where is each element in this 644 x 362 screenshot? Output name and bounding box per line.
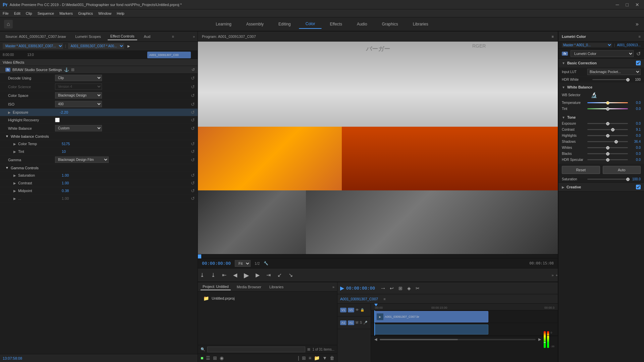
tab-audio[interactable]: Aud xyxy=(141,33,153,40)
prop-color-space-reset[interactable]: ↺ xyxy=(191,93,195,98)
timecode-display[interactable]: 13:07:58:08 xyxy=(3,356,22,360)
lumetri-contrast-value[interactable]: 9.1 xyxy=(630,128,641,131)
panel-menu-icon[interactable]: ≡ xyxy=(172,35,174,39)
prop-more-arrow[interactable]: ▶ xyxy=(13,197,16,200)
transport-go-to-in[interactable]: ⇤ xyxy=(220,270,228,280)
track-a1-sync[interactable]: A1 xyxy=(348,320,354,325)
temperature-value[interactable]: 0.0 xyxy=(630,101,641,105)
minimize-button[interactable]: ─ xyxy=(614,1,621,8)
lumetri-effect-reset[interactable]: ↺ xyxy=(636,51,641,57)
lumetri-menu-icon[interactable]: ≡ xyxy=(639,35,641,39)
menu-window[interactable]: Window xyxy=(98,11,111,15)
prop-gamma-reset[interactable]: ↺ xyxy=(191,157,195,163)
workspace-tab-effects[interactable]: Effects xyxy=(323,20,348,28)
lumetri-blacks-value[interactable]: 0.0 xyxy=(630,152,641,156)
project-search-input[interactable] xyxy=(207,347,305,352)
lumetri-auto-button[interactable]: Auto xyxy=(603,166,641,174)
search-area-icon[interactable]: ⊞ xyxy=(302,355,306,361)
lumetri-exposure-slider[interactable] xyxy=(587,123,628,124)
prop-more-reset[interactable]: ↺ xyxy=(191,196,195,201)
menu-sequence[interactable]: Sequence xyxy=(38,11,54,15)
lumetri-highlights-slider[interactable] xyxy=(587,135,628,136)
temperature-slider[interactable] xyxy=(587,102,628,103)
prop-tint-reset[interactable]: ↺ xyxy=(191,149,195,154)
prop-exposure-arrow[interactable]: ▶ xyxy=(8,111,11,114)
lumetri-saturation-slider[interactable] xyxy=(587,179,628,180)
lumetri-whites-slider[interactable] xyxy=(587,147,628,148)
prop-tint-arrow[interactable]: ▶ xyxy=(13,150,16,154)
timeline-menu-icon[interactable]: ≡ xyxy=(383,297,385,301)
lumetri-effect-select[interactable]: Lumetri Color xyxy=(571,50,634,57)
master-clip-selector[interactable]: Master * A001_03091307_C007... xyxy=(3,43,63,49)
prop-contrast-value[interactable]: 1.00 xyxy=(62,181,191,185)
tab-media-browser[interactable]: Media Browser xyxy=(235,284,263,290)
prop-saturation-value[interactable]: 1.00 xyxy=(62,173,191,177)
monitor-wrench-icon[interactable]: 🔧 xyxy=(264,261,268,265)
menu-help[interactable]: Help xyxy=(117,11,124,15)
transport-add-icon[interactable]: + xyxy=(556,273,558,277)
wb-selector-eyedropper[interactable]: 🔬 xyxy=(591,92,597,98)
timeline-scrollbar[interactable] xyxy=(380,339,536,340)
tab-lumetri-scopes[interactable]: Lumetri Scopes xyxy=(72,33,103,40)
lumetri-basic-correction-header[interactable]: ▼ Basic Correction xyxy=(558,59,644,67)
menu-edit[interactable]: Edit xyxy=(14,11,20,15)
transport-next-frame[interactable]: ▶ xyxy=(254,270,262,280)
menu-file[interactable]: File xyxy=(3,11,9,15)
workspace-tab-assembly[interactable]: Assembly xyxy=(239,20,270,28)
prop-color-space-select[interactable]: Blackmagic Design xyxy=(55,92,102,99)
list-view-icon[interactable]: ☰ xyxy=(206,355,210,361)
project-item-name[interactable]: Untitled.prproj xyxy=(212,296,234,300)
lumetri-reset-button[interactable]: Reset xyxy=(562,166,600,174)
prop-tint-value[interactable]: 10 xyxy=(62,149,191,154)
basic-correction-checkbox[interactable] xyxy=(636,61,641,65)
menu-markers[interactable]: Markers xyxy=(59,11,73,15)
timeline-ripple-edit[interactable]: ↩ xyxy=(388,284,395,292)
timeline-video-clip[interactable]: ▶ A001_03091307_C007.br xyxy=(374,311,488,322)
delete-icon[interactable]: 🗑 xyxy=(330,355,334,361)
close-button[interactable]: ✕ xyxy=(633,1,641,8)
transport-overwrite[interactable]: ↘ xyxy=(286,270,295,280)
new-bin-icon[interactable]: ■ xyxy=(201,355,203,361)
timeline-nav-right[interactable]: ▶ xyxy=(538,337,541,342)
transport-prev-frame[interactable]: ◀ xyxy=(231,270,239,280)
timeline-nav-left[interactable]: ◀ xyxy=(374,337,377,342)
project-panel-menu[interactable]: » xyxy=(332,285,334,289)
anchor-button[interactable]: ⚓ xyxy=(64,67,69,72)
prop-exposure-value[interactable]: -2.20 xyxy=(60,110,191,114)
track-a1-toggle[interactable]: A1 xyxy=(340,320,346,325)
track-a1-solo[interactable]: S xyxy=(360,321,362,324)
prop-iso-select[interactable]: 400 xyxy=(55,101,102,107)
lumetri-hdr-specular-value[interactable]: 0.0 xyxy=(630,158,641,162)
track-a1-mic[interactable]: 🎤 xyxy=(363,321,367,324)
prop-iso-reset[interactable]: ↺ xyxy=(191,102,195,107)
workspace-more-button[interactable]: » xyxy=(636,21,639,27)
workspace-tab-audio[interactable]: Audio xyxy=(350,20,374,28)
timeline-track-select-fwd[interactable]: ⤏ xyxy=(380,284,386,292)
timeline-seq-name[interactable]: A001_03091307_C007 xyxy=(340,297,378,301)
prop-color-science-select[interactable]: Version 4 xyxy=(55,83,102,90)
track-v1-sync[interactable]: V1 xyxy=(348,308,354,312)
effect-reset-button[interactable]: ↺ xyxy=(192,67,195,72)
lumetri-clip-2[interactable]: A001_030913... xyxy=(617,43,641,47)
icon-view-icon[interactable]: ⊞ xyxy=(213,355,217,361)
prop-color-science-reset[interactable]: ↺ xyxy=(191,84,195,89)
monitor-timecode-display[interactable]: 00:00:00:00 xyxy=(202,261,231,266)
new-item-icon[interactable]: ▼ xyxy=(322,355,327,361)
transport-more-icon[interactable]: » xyxy=(551,273,553,277)
prop-highlight-recovery-reset[interactable]: ↺ xyxy=(191,117,195,123)
prop-color-temp-reset[interactable]: ↺ xyxy=(191,141,195,146)
workspace-home-button[interactable]: ⌂ xyxy=(4,20,13,28)
track-v1-toggle[interactable]: V1 xyxy=(340,308,346,312)
lumetri-whites-value[interactable]: 0.0 xyxy=(630,146,641,149)
transport-insert[interactable]: ↙ xyxy=(275,270,284,280)
transport-mark-out[interactable]: ⤓ xyxy=(209,270,217,280)
lumetri-contrast-slider[interactable] xyxy=(587,129,628,130)
workspace-tab-editing[interactable]: Editing xyxy=(272,20,298,28)
maximize-button[interactable]: □ xyxy=(624,1,631,8)
prop-midpoint-reset[interactable]: ↺ xyxy=(191,188,195,193)
menu-graphics[interactable]: Graphics xyxy=(78,11,93,15)
tab-source[interactable]: Source: A001_03091307_C007.braw xyxy=(3,33,68,40)
lumetri-hdr-specular-slider[interactable] xyxy=(587,159,628,160)
prop-contrast-arrow[interactable]: ▶ xyxy=(13,181,16,185)
prop-saturation-reset[interactable]: ↺ xyxy=(191,173,195,178)
